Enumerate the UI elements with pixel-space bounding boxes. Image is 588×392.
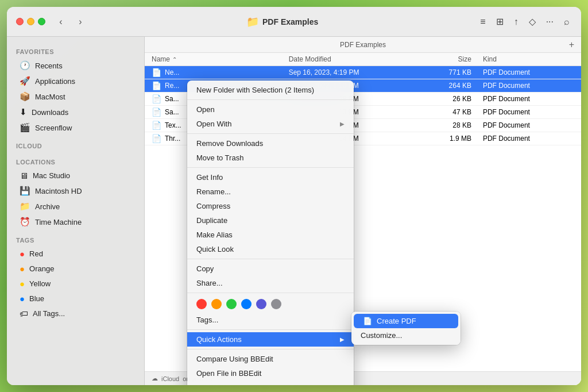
menu-item-remove-downloads[interactable]: Remove Downloads [187,136,354,151]
submenu-item-create-pdf[interactable]: 📄 Create PDF [354,314,458,328]
quick-actions-submenu: 📄 Create PDF Customize... [351,312,461,345]
sidebar-item-orange[interactable]: ● Orange [10,262,141,276]
sidebar-item-mac-studio[interactable]: 🖥 Mac Studio [10,168,141,183]
sidebar-item-red[interactable]: ● Red [10,247,141,261]
sidebar-item-time-machine[interactable]: ⏰ Time Machine [10,214,141,229]
menu-item-copy[interactable]: Copy [187,262,354,276]
menu-item-make-alias[interactable]: Make Alias [187,228,354,242]
sidebar-item-label: Mac Studio [33,171,70,180]
orange-tag-icon: ● [20,264,25,274]
sidebar-item-applications[interactable]: 🚀 Applications [10,74,141,89]
color-orange[interactable] [211,299,222,309]
kind-column-header: Kind [483,55,574,63]
downloads-icon: ⬇ [20,107,27,117]
menu-separator [187,349,354,349]
back-button[interactable]: ‹ [55,16,67,28]
sidebar-item-recents[interactable]: 🕐 Recents [10,58,141,73]
size-column-header: Size [425,55,483,63]
finder-window: ‹ › 📁 PDF Examples ≡ ⊞ ↑ ◇ ··· ⌕ Favorit… [7,7,581,385]
menu-separator [187,329,354,330]
file-icon: 📄 [152,81,161,90]
screenflow-icon: 🎬 [20,122,30,133]
sidebar-item-all-tags[interactable]: 🏷 All Tags... [10,306,141,321]
submenu-arrow-icon: ▶ [340,121,345,127]
column-headers: Name ⌃ Date Modified Size Kind [145,53,581,66]
content-header-title: PDF Examples [292,41,433,49]
sidebar-item-screenflow[interactable]: 🎬 Screenflow [10,120,141,135]
menu-item-new-folder[interactable]: New Folder with Selection (2 Items) [187,83,354,97]
locations-label: Locations [7,152,144,168]
sidebar-item-label: Time Machine [35,218,82,226]
grid-view-button[interactable]: ⊞ [494,15,506,28]
table-row[interactable]: 📄Ne... Sep 16, 2023, 4:19 PM 771 KB PDF … [145,66,581,79]
menu-item-share[interactable]: Share... [187,276,354,290]
tag-button[interactable]: ◇ [527,15,538,28]
color-red[interactable] [196,299,207,309]
sidebar-item-label: All Tags... [33,309,65,318]
sidebar-item-label: Recents [35,62,63,70]
share-button[interactable]: ↑ [512,16,521,28]
menu-item-move-to-trash[interactable]: Move to Trash [187,151,354,165]
submenu-arrow-icon: ▶ [340,336,345,343]
menu-colors [187,295,354,313]
menu-item-open-with[interactable]: Open With ▶ [187,117,354,131]
sidebar-item-label: Yellow [29,279,51,288]
sidebar-item-macmost[interactable]: 📦 MacMost [10,89,141,104]
sidebar-item-macintosh-hd[interactable]: 💾 Macintosh HD [10,183,141,198]
menu-separator [187,167,354,168]
more-button[interactable]: ··· [544,16,556,28]
fullscreen-button[interactable] [38,18,45,25]
menu-item-compress[interactable]: Compress [187,199,354,213]
menu-item-tags[interactable]: Tags... [187,313,354,327]
color-gray[interactable] [271,299,281,309]
forward-button[interactable]: › [74,16,87,28]
sort-icon: ⌃ [172,56,177,63]
search-button[interactable]: ⌕ [562,16,572,28]
macmost-icon: 📦 [20,91,30,102]
color-blue[interactable] [241,299,252,309]
toolbar-right: ≡ ⊞ ↑ ◇ ··· ⌕ [478,15,572,28]
sidebar-item-yellow[interactable]: ● Yellow [10,276,141,291]
list-view-button[interactable]: ≡ [478,16,488,28]
applications-icon: 🚀 [20,76,30,86]
file-icon: 📄 [152,134,161,143]
file-icon: 📄 [152,68,161,77]
sidebar-item-archive[interactable]: 📁 Archive [10,199,141,214]
folder-icon: 📁 [246,16,259,28]
red-tag-icon: ● [20,249,25,259]
icloud-label: iCloud [7,136,144,152]
window-title: 📁 PDF Examples [94,16,471,28]
tags-label: Tags [7,230,144,246]
menu-item-quick-look[interactable]: Quick Look [187,242,354,256]
submenu-item-customize[interactable]: Customize... [351,328,461,343]
menu-item-open-bbedit[interactable]: Open File in BBEdit [187,366,354,381]
color-purple[interactable] [256,299,266,309]
time-machine-icon: ⏰ [20,217,30,227]
close-button[interactable] [16,18,24,25]
menu-item-quick-actions[interactable]: Quick Actions ▶ [187,332,354,347]
color-green[interactable] [226,299,237,309]
add-folder-button[interactable]: + [569,40,574,50]
sidebar-item-label: MacMost [35,93,65,101]
sidebar-item-label: Red [29,249,43,258]
file-icon: 📄 [152,121,161,130]
sidebar-item-blue[interactable]: ● Blue [10,291,141,306]
menu-item-get-info[interactable]: Get Info [187,170,354,185]
all-tags-icon: 🏷 [20,309,28,318]
sidebar-item-label: Screenflow [35,124,72,132]
sidebar-item-downloads[interactable]: ⬇ Downloads [10,105,141,120]
menu-separator [187,293,354,293]
menu-item-open-coteditor[interactable]: Open File in CotEditor [187,381,354,385]
icloud-icon: ☁ [152,375,158,382]
menu-item-duplicate[interactable]: Duplicate [187,213,354,228]
macintosh-hd-icon: 💾 [20,186,30,196]
menu-item-compare-bbedit[interactable]: Compare Using BBEdit [187,352,354,366]
file-icon: 📄 [152,107,161,117]
menu-item-rename[interactable]: Rename... [187,185,354,199]
content-header: PDF Examples + [145,37,581,53]
minimize-button[interactable] [27,18,34,25]
sidebar: Favorites 🕐 Recents 🚀 Applications 📦 Mac… [7,37,145,385]
menu-item-open[interactable]: Open [187,102,354,117]
date-column-header: Date Modified [289,55,426,63]
blue-tag-icon: ● [20,294,25,303]
